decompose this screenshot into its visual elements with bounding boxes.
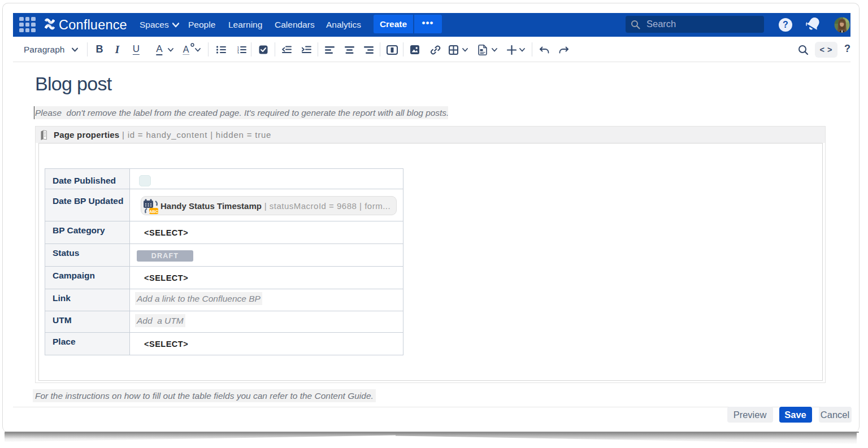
svg-text:ABC: ABC (149, 209, 159, 214)
svg-text:3: 3 (237, 52, 239, 54)
